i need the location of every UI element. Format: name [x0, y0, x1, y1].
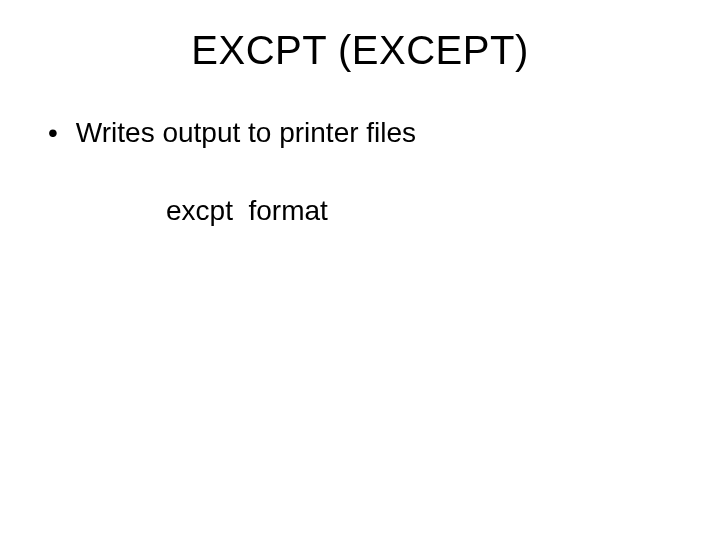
slide-container: EXCPT (EXCEPT) • Writes output to printe…	[0, 0, 720, 540]
bullet-text: Writes output to printer files	[76, 117, 416, 149]
bullet-marker: •	[48, 119, 58, 147]
sub-text: excpt format	[166, 195, 684, 227]
bullet-item: • Writes output to printer files	[48, 117, 684, 149]
slide-title: EXCPT (EXCEPT)	[36, 28, 684, 73]
